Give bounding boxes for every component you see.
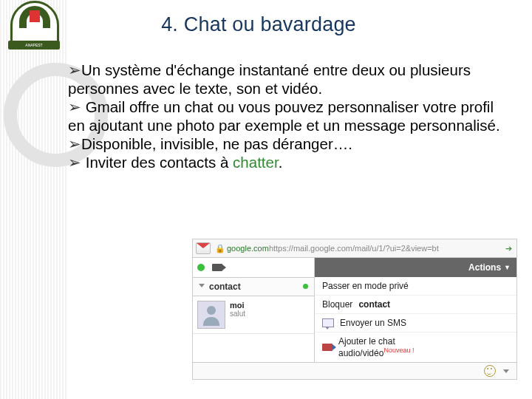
url-host: google.com <box>227 244 269 253</box>
menu-label-target: contact <box>358 299 390 310</box>
sms-icon <box>322 318 334 327</box>
chat-toolbar <box>193 258 314 278</box>
user-status: salut <box>230 310 245 318</box>
chevron-down-icon: ▼ <box>504 264 511 271</box>
menu-label-prefix: Bloquer <box>322 299 352 310</box>
contact-header-label: contact <box>209 282 241 292</box>
bullet-item: ➢ Gmail offre un chat ou vous pouvez per… <box>68 98 510 134</box>
emoji-icon[interactable] <box>484 365 496 377</box>
bullet-marker-icon: ➢ <box>68 61 81 78</box>
bullet-marker-icon: ➢ <box>68 154 81 171</box>
chevron-down-icon[interactable] <box>503 369 509 373</box>
actions-menu: Passer en mode privé Bloquer contact Env… <box>315 277 516 362</box>
actions-dropdown[interactable]: Actions ▼ <box>315 258 516 277</box>
bullet-item: ➢Un système d'échange instantané entre d… <box>68 61 510 98</box>
bullet-marker-icon: ➢ <box>68 98 81 115</box>
menu-label: Passer en mode privé <box>322 281 409 291</box>
menu-item-private[interactable]: Passer en mode privé <box>315 277 516 296</box>
lock-icon: 🔒 <box>215 244 225 253</box>
current-user-row[interactable]: moi salut <box>193 296 314 334</box>
bullet-text: Gmail offre un chat ou vous pouvez perso… <box>68 98 500 134</box>
bullet-text: Un système d'échange instantané entre de… <box>68 61 471 97</box>
slide-body: ➢Un système d'échange instantané entre d… <box>68 61 510 171</box>
slide-title: 4. Chat ou bavardage <box>0 13 517 36</box>
menu-label: Envoyer un SMS <box>340 318 406 328</box>
camera-icon <box>212 264 222 271</box>
audio-video-icon <box>322 344 332 351</box>
gmail-screenshot: 🔒 google.com https://mail.google.com/mai… <box>192 239 517 390</box>
bullet-text: Disponible, invisible, ne pas déranger…. <box>81 135 352 152</box>
status-dot-icon <box>303 284 308 289</box>
go-arrow-icon: ➔ <box>505 244 512 253</box>
menu-item-block[interactable]: Bloquer contact <box>315 296 516 314</box>
nouveau-badge: Nouveau ! <box>383 347 414 354</box>
bullet-marker-icon: ➢ <box>68 135 81 152</box>
background-stripes <box>0 0 68 399</box>
user-name: moi <box>230 301 245 310</box>
contact-header[interactable]: contact <box>193 278 314 296</box>
actions-label: Actions <box>468 262 501 273</box>
status-available-icon <box>197 264 205 271</box>
bullet-text-prefix: Inviter des contacts à <box>81 154 233 171</box>
chat-actions-panel: Actions ▼ Passer en mode privé Bloquer c… <box>315 258 516 362</box>
menu-label: Ajouter le chat audio/vidéoNouveau ! <box>338 336 414 358</box>
chat-sidebar: contact moi salut <box>193 258 315 362</box>
bullet-item: ➢ Inviter des contacts à chatter. <box>68 153 510 171</box>
bullet-text-highlight: chatter <box>233 154 279 171</box>
chat-footer <box>192 362 517 380</box>
menu-item-audio-video[interactable]: Ajouter le chat audio/vidéoNouveau ! <box>315 332 516 362</box>
browser-address-bar: 🔒 google.com https://mail.google.com/mai… <box>192 239 517 258</box>
avatar <box>197 301 225 329</box>
menu-item-sms[interactable]: Envoyer un SMS <box>315 314 516 332</box>
bullet-item: ➢Disponible, invisible, ne pas déranger…… <box>68 134 510 153</box>
slide: ANAPEST 4. Chat ou bavardage ➢Un système… <box>0 0 532 399</box>
url-path: https://mail.google.com/mail/u/1/?ui=2&v… <box>269 244 439 253</box>
gmail-favicon-icon <box>196 242 211 254</box>
logo-banner-text: ANAPEST <box>8 41 60 50</box>
bullet-text-suffix: . <box>279 154 283 171</box>
